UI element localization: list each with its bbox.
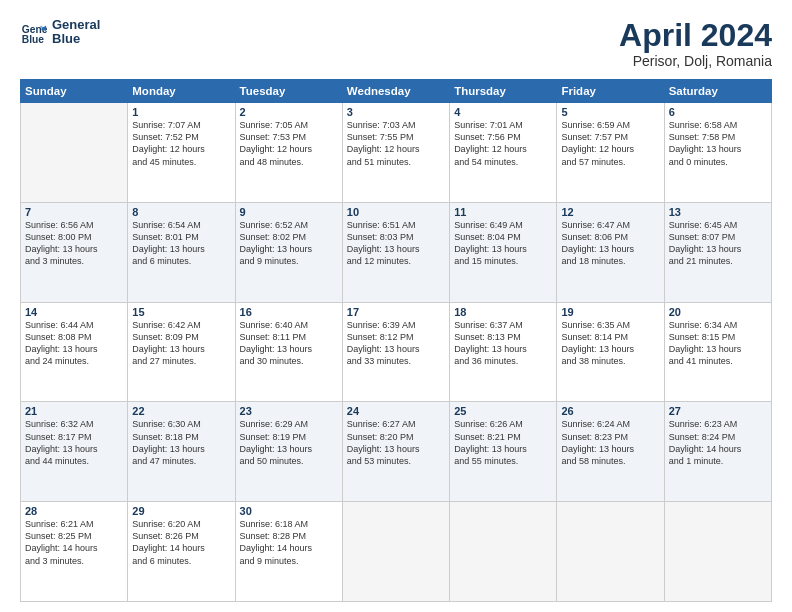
- day-number: 12: [561, 206, 659, 218]
- day-detail: Sunrise: 6:23 AM Sunset: 8:24 PM Dayligh…: [669, 418, 767, 467]
- day-number: 22: [132, 405, 230, 417]
- day-cell: 14Sunrise: 6:44 AM Sunset: 8:08 PM Dayli…: [21, 302, 128, 402]
- day-cell: 29Sunrise: 6:20 AM Sunset: 8:26 PM Dayli…: [128, 502, 235, 602]
- day-number: 1: [132, 106, 230, 118]
- day-detail: Sunrise: 6:59 AM Sunset: 7:57 PM Dayligh…: [561, 119, 659, 168]
- day-detail: Sunrise: 6:21 AM Sunset: 8:25 PM Dayligh…: [25, 518, 123, 567]
- day-cell: 9Sunrise: 6:52 AM Sunset: 8:02 PM Daylig…: [235, 202, 342, 302]
- day-cell: 1Sunrise: 7:07 AM Sunset: 7:52 PM Daylig…: [128, 103, 235, 203]
- day-detail: Sunrise: 7:03 AM Sunset: 7:55 PM Dayligh…: [347, 119, 445, 168]
- day-detail: Sunrise: 6:37 AM Sunset: 8:13 PM Dayligh…: [454, 319, 552, 368]
- day-cell: 24Sunrise: 6:27 AM Sunset: 8:20 PM Dayli…: [342, 402, 449, 502]
- day-number: 19: [561, 306, 659, 318]
- day-cell: [664, 502, 771, 602]
- day-detail: Sunrise: 6:47 AM Sunset: 8:06 PM Dayligh…: [561, 219, 659, 268]
- day-detail: Sunrise: 6:52 AM Sunset: 8:02 PM Dayligh…: [240, 219, 338, 268]
- week-row-2: 7Sunrise: 6:56 AM Sunset: 8:00 PM Daylig…: [21, 202, 772, 302]
- day-number: 23: [240, 405, 338, 417]
- day-number: 10: [347, 206, 445, 218]
- day-number: 25: [454, 405, 552, 417]
- logo-line2: Blue: [52, 32, 100, 46]
- day-cell: [450, 502, 557, 602]
- day-number: 15: [132, 306, 230, 318]
- week-row-1: 1Sunrise: 7:07 AM Sunset: 7:52 PM Daylig…: [21, 103, 772, 203]
- day-number: 9: [240, 206, 338, 218]
- day-detail: Sunrise: 6:44 AM Sunset: 8:08 PM Dayligh…: [25, 319, 123, 368]
- day-detail: Sunrise: 6:27 AM Sunset: 8:20 PM Dayligh…: [347, 418, 445, 467]
- week-row-5: 28Sunrise: 6:21 AM Sunset: 8:25 PM Dayli…: [21, 502, 772, 602]
- logo-text: General Blue: [52, 18, 100, 47]
- day-cell: 12Sunrise: 6:47 AM Sunset: 8:06 PM Dayli…: [557, 202, 664, 302]
- header-row: SundayMondayTuesdayWednesdayThursdayFrid…: [21, 80, 772, 103]
- day-cell: [557, 502, 664, 602]
- day-detail: Sunrise: 6:39 AM Sunset: 8:12 PM Dayligh…: [347, 319, 445, 368]
- day-number: 7: [25, 206, 123, 218]
- day-cell: 16Sunrise: 6:40 AM Sunset: 8:11 PM Dayli…: [235, 302, 342, 402]
- day-cell: 15Sunrise: 6:42 AM Sunset: 8:09 PM Dayli…: [128, 302, 235, 402]
- page: General Blue General Blue April 2024 Per…: [0, 0, 792, 612]
- day-cell: 8Sunrise: 6:54 AM Sunset: 8:01 PM Daylig…: [128, 202, 235, 302]
- day-number: 24: [347, 405, 445, 417]
- week-row-4: 21Sunrise: 6:32 AM Sunset: 8:17 PM Dayli…: [21, 402, 772, 502]
- day-cell: 4Sunrise: 7:01 AM Sunset: 7:56 PM Daylig…: [450, 103, 557, 203]
- day-number: 30: [240, 505, 338, 517]
- header: General Blue General Blue April 2024 Per…: [20, 18, 772, 69]
- week-row-3: 14Sunrise: 6:44 AM Sunset: 8:08 PM Dayli…: [21, 302, 772, 402]
- day-detail: Sunrise: 7:01 AM Sunset: 7:56 PM Dayligh…: [454, 119, 552, 168]
- day-detail: Sunrise: 6:20 AM Sunset: 8:26 PM Dayligh…: [132, 518, 230, 567]
- day-cell: 10Sunrise: 6:51 AM Sunset: 8:03 PM Dayli…: [342, 202, 449, 302]
- day-detail: Sunrise: 6:24 AM Sunset: 8:23 PM Dayligh…: [561, 418, 659, 467]
- day-cell: 26Sunrise: 6:24 AM Sunset: 8:23 PM Dayli…: [557, 402, 664, 502]
- day-detail: Sunrise: 6:49 AM Sunset: 8:04 PM Dayligh…: [454, 219, 552, 268]
- day-cell: 20Sunrise: 6:34 AM Sunset: 8:15 PM Dayli…: [664, 302, 771, 402]
- day-cell: [21, 103, 128, 203]
- logo: General Blue General Blue: [20, 18, 100, 47]
- day-cell: 18Sunrise: 6:37 AM Sunset: 8:13 PM Dayli…: [450, 302, 557, 402]
- day-number: 20: [669, 306, 767, 318]
- day-number: 28: [25, 505, 123, 517]
- day-detail: Sunrise: 6:54 AM Sunset: 8:01 PM Dayligh…: [132, 219, 230, 268]
- day-cell: 11Sunrise: 6:49 AM Sunset: 8:04 PM Dayli…: [450, 202, 557, 302]
- day-detail: Sunrise: 6:42 AM Sunset: 8:09 PM Dayligh…: [132, 319, 230, 368]
- logo-line1: General: [52, 18, 100, 32]
- main-title: April 2024: [619, 18, 772, 53]
- day-cell: 22Sunrise: 6:30 AM Sunset: 8:18 PM Dayli…: [128, 402, 235, 502]
- day-detail: Sunrise: 6:58 AM Sunset: 7:58 PM Dayligh…: [669, 119, 767, 168]
- day-detail: Sunrise: 6:51 AM Sunset: 8:03 PM Dayligh…: [347, 219, 445, 268]
- day-cell: 6Sunrise: 6:58 AM Sunset: 7:58 PM Daylig…: [664, 103, 771, 203]
- day-number: 2: [240, 106, 338, 118]
- day-detail: Sunrise: 6:26 AM Sunset: 8:21 PM Dayligh…: [454, 418, 552, 467]
- day-cell: 5Sunrise: 6:59 AM Sunset: 7:57 PM Daylig…: [557, 103, 664, 203]
- day-detail: Sunrise: 6:29 AM Sunset: 8:19 PM Dayligh…: [240, 418, 338, 467]
- day-number: 27: [669, 405, 767, 417]
- day-cell: 23Sunrise: 6:29 AM Sunset: 8:19 PM Dayli…: [235, 402, 342, 502]
- calendar: SundayMondayTuesdayWednesdayThursdayFrid…: [20, 79, 772, 602]
- day-number: 21: [25, 405, 123, 417]
- day-detail: Sunrise: 6:30 AM Sunset: 8:18 PM Dayligh…: [132, 418, 230, 467]
- day-cell: 13Sunrise: 6:45 AM Sunset: 8:07 PM Dayli…: [664, 202, 771, 302]
- col-header-monday: Monday: [128, 80, 235, 103]
- title-block: April 2024 Perisor, Dolj, Romania: [619, 18, 772, 69]
- day-number: 13: [669, 206, 767, 218]
- col-header-wednesday: Wednesday: [342, 80, 449, 103]
- day-cell: 28Sunrise: 6:21 AM Sunset: 8:25 PM Dayli…: [21, 502, 128, 602]
- day-number: 16: [240, 306, 338, 318]
- day-detail: Sunrise: 7:05 AM Sunset: 7:53 PM Dayligh…: [240, 119, 338, 168]
- day-detail: Sunrise: 6:40 AM Sunset: 8:11 PM Dayligh…: [240, 319, 338, 368]
- col-header-saturday: Saturday: [664, 80, 771, 103]
- day-detail: Sunrise: 6:34 AM Sunset: 8:15 PM Dayligh…: [669, 319, 767, 368]
- day-cell: 27Sunrise: 6:23 AM Sunset: 8:24 PM Dayli…: [664, 402, 771, 502]
- day-number: 29: [132, 505, 230, 517]
- day-number: 3: [347, 106, 445, 118]
- day-cell: 17Sunrise: 6:39 AM Sunset: 8:12 PM Dayli…: [342, 302, 449, 402]
- day-number: 6: [669, 106, 767, 118]
- col-header-friday: Friday: [557, 80, 664, 103]
- day-detail: Sunrise: 6:56 AM Sunset: 8:00 PM Dayligh…: [25, 219, 123, 268]
- col-header-tuesday: Tuesday: [235, 80, 342, 103]
- day-number: 8: [132, 206, 230, 218]
- day-detail: Sunrise: 6:18 AM Sunset: 8:28 PM Dayligh…: [240, 518, 338, 567]
- day-detail: Sunrise: 6:45 AM Sunset: 8:07 PM Dayligh…: [669, 219, 767, 268]
- col-header-thursday: Thursday: [450, 80, 557, 103]
- day-number: 14: [25, 306, 123, 318]
- day-number: 5: [561, 106, 659, 118]
